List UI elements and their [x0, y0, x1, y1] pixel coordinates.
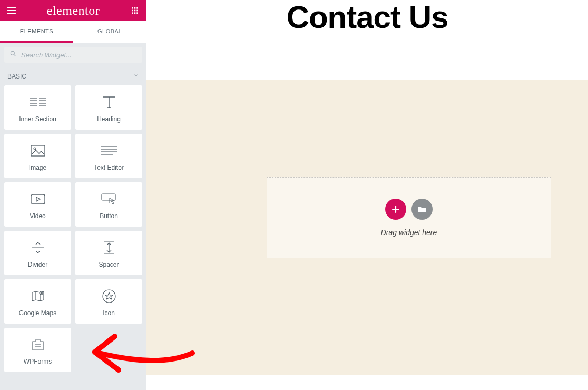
sidebar-header: elementor: [0, 0, 146, 21]
widget-label: Google Maps: [19, 309, 56, 317]
video-icon: [31, 189, 45, 209]
widget-image[interactable]: Image: [4, 134, 71, 178]
page-title: Contact Us: [146, 0, 588, 35]
drop-actions: [385, 199, 433, 220]
add-section-button[interactable]: [385, 199, 406, 220]
spacer-icon: [103, 238, 115, 258]
inner-section-icon: [30, 92, 46, 112]
widget-label: Inner Section: [19, 115, 56, 123]
brand-logo: elementor: [47, 4, 100, 18]
heading-icon: [101, 92, 117, 112]
svg-point-28: [41, 292, 42, 294]
svg-rect-1: [134, 7, 136, 9]
sidebar-tabs: ELEMENTS GLOBAL: [0, 21, 146, 41]
svg-rect-8: [136, 12, 138, 14]
widget-icon[interactable]: Icon: [75, 279, 142, 324]
widget-label: Heading: [97, 115, 121, 123]
chevron-down-icon: [133, 72, 139, 80]
widget-label: Image: [29, 164, 46, 171]
widgets-grid: Inner Section Heading Image Text Editor: [0, 85, 146, 376]
widget-label: Spacer: [99, 261, 119, 268]
widget-text-editor[interactable]: Text Editor: [75, 134, 142, 178]
sidebar: elementor ELEMENTS GLOBAL BASIC: [0, 0, 146, 390]
widget-inner-section[interactable]: Inner Section: [4, 85, 71, 130]
svg-rect-19: [31, 145, 45, 156]
search-icon: [9, 50, 17, 60]
svg-rect-2: [136, 7, 138, 9]
wpforms-icon: [31, 335, 45, 355]
divider-icon: [31, 238, 45, 258]
editor-canvas: Contact Us Drag widget here: [146, 0, 588, 390]
svg-rect-5: [136, 10, 138, 12]
drop-hint-text: Drag widget here: [381, 228, 437, 237]
widget-google-maps[interactable]: Google Maps: [4, 279, 71, 324]
star-icon: [102, 286, 116, 306]
category-label: BASIC: [7, 73, 26, 80]
widget-heading[interactable]: Heading: [75, 85, 142, 130]
svg-point-9: [11, 51, 14, 55]
widget-button[interactable]: Button: [75, 182, 142, 227]
text-editor-icon: [101, 141, 117, 161]
widget-label: Icon: [103, 309, 115, 317]
menu-icon[interactable]: [5, 4, 18, 17]
svg-rect-26: [102, 194, 115, 200]
widget-wpforms[interactable]: WPForms: [4, 328, 71, 372]
category-basic[interactable]: BASIC: [0, 67, 146, 85]
search-input-container[interactable]: [4, 47, 142, 63]
search-wrap: [0, 43, 146, 67]
svg-rect-3: [132, 10, 133, 12]
svg-rect-6: [132, 12, 133, 14]
google-maps-icon: [31, 286, 45, 306]
apps-icon[interactable]: [129, 4, 141, 17]
svg-line-10: [14, 55, 16, 56]
drop-zone[interactable]: Drag widget here: [267, 177, 551, 258]
tab-global[interactable]: GLOBAL: [73, 21, 146, 41]
button-icon: [101, 189, 117, 209]
svg-point-20: [34, 148, 36, 150]
svg-rect-7: [134, 12, 136, 14]
widget-label: Divider: [28, 261, 47, 268]
tab-elements[interactable]: ELEMENTS: [0, 21, 73, 41]
widget-label: Button: [100, 212, 118, 220]
widget-video[interactable]: Video: [4, 182, 71, 227]
svg-rect-0: [132, 7, 133, 9]
svg-rect-25: [31, 194, 45, 204]
add-template-button[interactable]: [411, 199, 433, 220]
widget-label: Text Editor: [94, 164, 124, 171]
widget-label: WPForms: [24, 358, 52, 365]
widget-divider[interactable]: Divider: [4, 231, 71, 275]
widget-spacer[interactable]: Spacer: [75, 231, 142, 275]
section-canvas[interactable]: Drag widget here: [146, 80, 588, 375]
widget-label: Video: [30, 212, 45, 220]
image-icon: [31, 141, 45, 161]
search-input[interactable]: [21, 51, 137, 59]
svg-rect-4: [134, 10, 136, 12]
